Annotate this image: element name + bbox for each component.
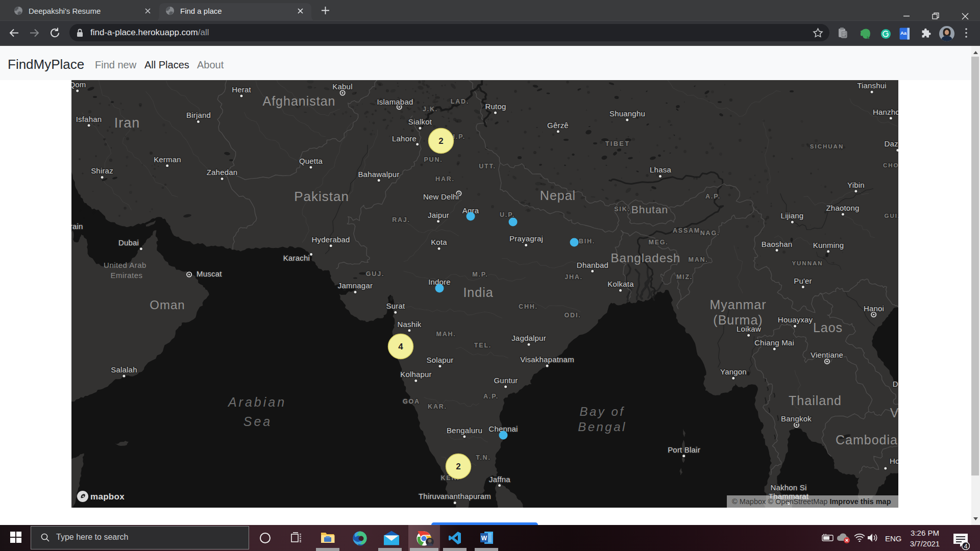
svg-text:RAJ.: RAJ.: [392, 216, 410, 223]
svg-text:Aa: Aa: [900, 30, 907, 36]
svg-text:Jaffna: Jaffna: [489, 475, 510, 484]
svg-text:UTT.: UTT.: [479, 163, 496, 170]
svg-text:Prayagraj: Prayagraj: [509, 234, 543, 243]
svg-text:ODI.: ODI.: [565, 312, 581, 319]
svg-text:A.P.: A.P.: [705, 193, 721, 200]
svg-text:Qom: Qom: [71, 80, 86, 89]
svg-text:SICHUAN: SICHUAN: [810, 143, 844, 149]
svg-text:Shuanghu: Shuanghu: [609, 109, 645, 118]
svg-text:Bhutan: Bhutan: [631, 204, 669, 215]
svg-text:TIBET: TIBET: [605, 140, 630, 147]
svg-text:Iran: Iran: [114, 115, 140, 131]
svg-text:Cambodia: Cambodia: [836, 433, 898, 447]
svg-text:Bangladesh: Bangladesh: [611, 251, 681, 265]
svg-text:Bangkok: Bangkok: [781, 414, 812, 423]
svg-text:Baoshan: Baoshan: [762, 240, 793, 248]
svg-text:Visakhapatnam: Visakhapatnam: [520, 355, 574, 364]
svg-text:Bay of: Bay of: [579, 405, 625, 418]
svg-text:Rutog: Rutog: [485, 102, 506, 111]
svg-text:Kolkata: Kolkata: [607, 280, 634, 288]
svg-text:Bahawalpur: Bahawalpur: [358, 170, 399, 179]
svg-text:Dhanbad: Dhanbad: [577, 261, 608, 269]
svg-text:Pu'er: Pu'er: [794, 277, 812, 285]
svg-text:CHH.: CHH.: [519, 303, 538, 310]
svg-text:Port Blair: Port Blair: [668, 445, 700, 454]
svg-text:4: 4: [964, 543, 968, 550]
svg-text:T.N.: T.N.: [476, 454, 491, 461]
svg-text:Bengaluru: Bengaluru: [447, 426, 482, 435]
svg-text:PUN.: PUN.: [424, 156, 443, 163]
svg-text:Surat: Surat: [386, 302, 405, 310]
svg-text:Ho Chi Minh City: Ho Chi Minh City: [890, 457, 898, 465]
svg-text:Dazhou: Dazhou: [885, 139, 898, 148]
svg-text:Hyderabad: Hyderabad: [311, 235, 350, 244]
svg-text:Isfahan: Isfahan: [76, 115, 102, 123]
svg-text:Da Nang: Da Nang: [893, 380, 898, 388]
svg-text:Shiraz: Shiraz: [91, 166, 113, 175]
svg-text:A.P.: A.P.: [483, 393, 499, 400]
svg-text:JHA.: JHA.: [565, 273, 583, 281]
svg-text:Laos: Laos: [813, 320, 843, 335]
svg-text:MIZ.: MIZ.: [676, 273, 693, 281]
svg-text:Lijiang: Lijiang: [781, 211, 804, 220]
svg-text:YUNNAN: YUNNAN: [792, 260, 823, 266]
svg-text:NAG.: NAG.: [700, 230, 720, 237]
svg-text:Dubai: Dubai: [118, 238, 139, 247]
svg-text:Chiang Mai: Chiang Mai: [754, 338, 794, 347]
svg-text:Oman: Oman: [150, 298, 185, 312]
svg-text:mapbox: mapbox: [90, 492, 125, 502]
svg-text:ASSAM: ASSAM: [673, 227, 700, 234]
svg-text:Kota: Kota: [431, 238, 447, 246]
svg-text:Zhaotong: Zhaotong: [826, 204, 860, 212]
svg-text:GUIZHOU: GUIZHOU: [884, 213, 898, 219]
svg-text:Birjand: Birjand: [186, 111, 211, 119]
svg-text:GUJ.: GUJ.: [366, 270, 384, 278]
svg-text:Quetta: Quetta: [299, 157, 323, 165]
svg-text:W: W: [481, 535, 487, 542]
svg-text:Nepal: Nepal: [540, 188, 576, 203]
svg-text:Karachi: Karachi: [283, 254, 310, 262]
svg-text:Sea: Sea: [243, 414, 272, 429]
svg-text:Tianshui: Tianshui: [857, 81, 887, 90]
svg-text:Thiruvananthapuram: Thiruvananthapuram: [419, 492, 491, 500]
svg-text:Solapur: Solapur: [426, 356, 453, 364]
svg-text:(Burma): (Burma): [713, 313, 763, 327]
svg-text:New Delhi: New Delhi: [423, 192, 459, 201]
svg-text:Nakhon Si: Nakhon Si: [770, 483, 806, 492]
svg-text:U.P.: U.P.: [500, 211, 515, 218]
svg-text:Lhasa: Lhasa: [650, 165, 671, 174]
svg-text:Kunming: Kunming: [813, 241, 844, 249]
svg-text:Arabian: Arabian: [227, 395, 286, 409]
svg-text:SIK.: SIK.: [614, 206, 630, 213]
svg-text:4: 4: [398, 342, 403, 352]
svg-text:Myanmar: Myanmar: [709, 297, 766, 312]
svg-text:Lahore: Lahore: [392, 134, 416, 143]
svg-text:TEL.: TEL.: [474, 342, 492, 349]
svg-text:Nashik: Nashik: [397, 320, 421, 329]
svg-text:HAR.: HAR.: [435, 176, 455, 183]
svg-text:Emirates: Emirates: [110, 271, 142, 280]
svg-text:GOA: GOA: [403, 398, 420, 405]
svg-text:CHONGQING: CHONGQING: [883, 162, 898, 168]
svg-text:Houayxay: Houayxay: [778, 315, 813, 324]
svg-text:MAN.: MAN.: [688, 256, 708, 263]
svg-text:KAR.: KAR.: [428, 403, 447, 410]
svg-text:Vietnam: Vietnam: [890, 406, 898, 420]
svg-text:Salalah: Salalah: [111, 365, 137, 374]
svg-text:Bengal: Bengal: [578, 420, 627, 434]
svg-text:Zahedan: Zahedan: [207, 168, 238, 177]
svg-text:Bahrain: Bahrain: [71, 222, 83, 231]
svg-text:BIH.: BIH.: [579, 238, 595, 245]
svg-text:J.K.: J.K.: [423, 106, 438, 113]
svg-text:2: 2: [456, 462, 460, 471]
svg-text:Herat: Herat: [232, 85, 251, 94]
svg-text:Yibin: Yibin: [847, 181, 865, 189]
svg-text:2: 2: [438, 136, 443, 146]
svg-text:MEG.: MEG.: [648, 239, 668, 246]
svg-text:India: India: [463, 285, 493, 299]
svg-text:Gêrzê: Gêrzê: [547, 121, 569, 130]
svg-text:Kerman: Kerman: [154, 155, 181, 164]
svg-text:LAD.: LAD.: [451, 98, 469, 105]
svg-text:Muscat: Muscat: [197, 269, 222, 278]
svg-text:Guntur: Guntur: [494, 376, 518, 385]
